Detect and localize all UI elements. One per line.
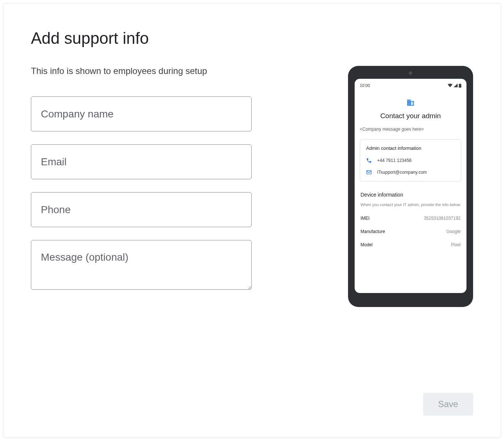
device-row-manufacture: Manufacture Google [361,229,461,234]
signal-icon [454,84,458,87]
device-value: Google [446,229,461,234]
battery-icon [459,84,461,88]
company-name-input[interactable] [31,96,252,131]
support-info-card: Add support info This info is shown to e… [3,3,501,438]
preview-column: 10:00 Contact your admin [348,66,473,307]
content-row: This info is shown to employees during s… [31,66,473,307]
save-button[interactable]: Save [423,393,473,416]
wifi-icon [448,84,452,87]
status-icons [448,84,461,88]
contact-phone-value: +44 7911 123456 [377,158,412,163]
device-value: Pixel [451,242,461,247]
admin-title: Contact your admin [360,112,461,120]
admin-header: Contact your admin [360,99,461,120]
email-icon [366,169,372,175]
phone-input[interactable] [31,192,252,227]
device-title: Device information [361,192,461,198]
device-label: Manufacture [361,229,385,234]
page-title: Add support info [31,29,473,47]
phone-screen: 10:00 Contact your admin [355,79,466,293]
contact-phone-row: +44 7911 123456 [366,158,455,163]
phone-frame: 10:00 Contact your admin [348,66,473,307]
device-row-model: Model Pixel [361,242,461,247]
phone-icon [366,158,372,163]
phone-camera-icon [409,71,412,75]
contact-email-row: ITsupport@company.com [366,169,455,175]
contact-card: Admin contact information +44 7911 12345… [360,139,461,181]
contact-card-title: Admin contact information [366,145,455,151]
form-column: This info is shown to employees during s… [31,66,252,307]
status-time: 10:00 [360,83,370,88]
device-label: IMEI [361,216,370,221]
subtitle: This info is shown to employees during s… [31,66,252,76]
message-textarea[interactable] [31,240,252,290]
device-row-imei: IMEI 352531081037192 [361,216,461,221]
status-bar: 10:00 [360,83,461,88]
device-label: Model [361,242,373,247]
device-section: Device information When you contact your… [360,192,461,247]
contact-email-value: ITsupport@company.com [377,170,427,175]
device-hint: When you contact your IT admin, provide … [361,202,461,208]
device-value: 352531081037192 [424,216,461,221]
domain-icon [407,99,415,107]
email-input[interactable] [31,144,252,179]
company-message: <Company message goes here> [360,127,461,132]
